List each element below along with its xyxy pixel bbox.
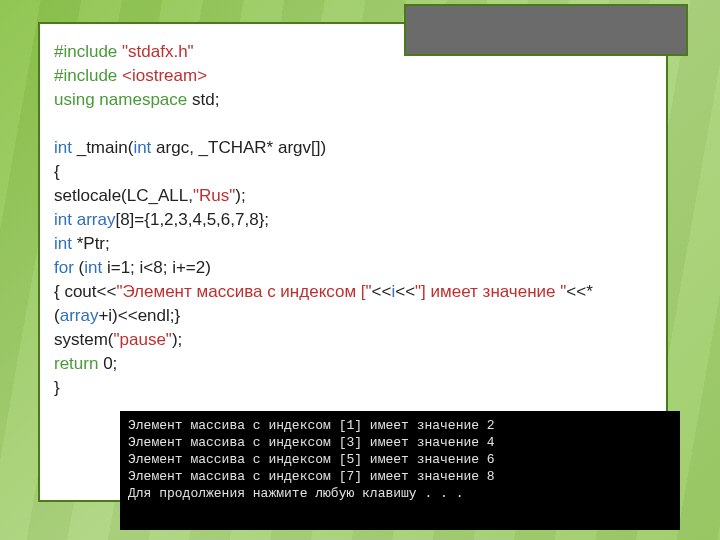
code-line: } xyxy=(54,376,652,400)
code-line: return 0; xyxy=(54,352,652,376)
string-literal: "stdafx.h" xyxy=(117,42,193,61)
string-literal: <iostream> xyxy=(117,66,207,85)
code-text: i=1; i<8; i+=2) xyxy=(102,258,211,277)
code-text: } xyxy=(54,378,60,397)
code-line: system("pause"); xyxy=(54,328,652,352)
string-literal: "] имеет значение " xyxy=(415,282,566,301)
keyword: return xyxy=(54,354,98,373)
code-text: argc, _TCHAR* argv[]) xyxy=(151,138,326,157)
code-text: << xyxy=(395,282,415,301)
string-literal: "Элемент массива с индексом [" xyxy=(116,282,371,301)
code-text: ); xyxy=(235,186,245,205)
code-text: *Ptr; xyxy=(72,234,110,253)
code-text: std; xyxy=(187,90,219,109)
string-literal: "Rus" xyxy=(193,186,235,205)
code-line: for (int i=1; i<8; i+=2) xyxy=(54,256,652,280)
code-line: using namespace std; xyxy=(54,88,652,112)
code-text: [8]={1,2,3,4,5,6,7,8}; xyxy=(115,210,269,229)
console-line: Элемент массива с индексом [3] имеет зна… xyxy=(128,434,672,451)
code-line xyxy=(54,112,652,136)
code-text: _tmain( xyxy=(72,138,133,157)
type-keyword: int xyxy=(133,138,151,157)
keyword: #include xyxy=(54,42,117,61)
code-text: { cout<< xyxy=(54,282,116,301)
console-line: Для продолжения нажмите любую клавишу . … xyxy=(128,485,672,502)
type-keyword: int xyxy=(54,210,72,229)
code-text: 0; xyxy=(98,354,117,373)
console-line: Элемент массива с индексом [7] имеет зна… xyxy=(128,468,672,485)
type-keyword: int xyxy=(54,234,72,253)
keyword: for xyxy=(54,258,74,277)
code-line: int array[8]={1,2,3,4,5,6,7,8}; xyxy=(54,208,652,232)
code-text: +i)<<endl;} xyxy=(98,306,180,325)
code-block: #include "stdafx.h" #include <iostream> … xyxy=(54,40,652,400)
identifier: array xyxy=(72,210,115,229)
code-text: system( xyxy=(54,330,114,349)
console-line: Элемент массива с индексом [1] имеет зна… xyxy=(128,417,672,434)
string-literal: "pause" xyxy=(114,330,172,349)
code-line: setlocale(LC_ALL,"Rus"); xyxy=(54,184,652,208)
code-text: << xyxy=(372,282,392,301)
keyword: using namespace xyxy=(54,90,187,109)
code-text: ); xyxy=(172,330,182,349)
console-output: Элемент массива с индексом [1] имеет зна… xyxy=(120,411,680,530)
type-keyword: int xyxy=(84,258,102,277)
code-text: { xyxy=(54,162,60,181)
keyword: #include xyxy=(54,66,117,85)
type-keyword: int xyxy=(54,138,72,157)
code-line: #include <iostream> xyxy=(54,64,652,88)
code-line: int *Ptr; xyxy=(54,232,652,256)
code-line: #include "stdafx.h" xyxy=(54,40,652,64)
console-line: Элемент массива с индексом [5] имеет зна… xyxy=(128,451,672,468)
identifier: array xyxy=(60,306,99,325)
code-text: setlocale(LC_ALL, xyxy=(54,186,193,205)
code-line: { xyxy=(54,160,652,184)
code-line: { cout<<"Элемент массива с индексом ["<<… xyxy=(54,280,652,328)
code-text: ( xyxy=(74,258,84,277)
code-line: int _tmain(int argc, _TCHAR* argv[]) xyxy=(54,136,652,160)
